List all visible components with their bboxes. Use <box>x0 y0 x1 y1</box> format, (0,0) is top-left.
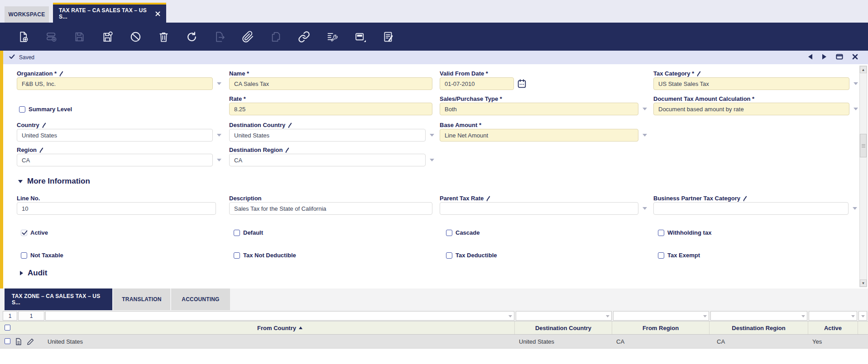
filter-dropdown-icon[interactable] <box>861 315 865 317</box>
filter-from-country[interactable] <box>45 311 514 321</box>
record-detail-icon[interactable] <box>15 338 22 347</box>
new-record-icon[interactable] <box>17 31 29 43</box>
save-icon[interactable] <box>73 31 86 43</box>
tab-workspace[interactable]: WORKSPACE <box>5 6 49 23</box>
filter-dropdown-icon[interactable] <box>703 315 707 317</box>
bp-tax-category-dropdown-icon[interactable] <box>853 207 857 210</box>
description-field[interactable]: Sales Tax for the State of California <box>229 202 432 215</box>
tab-tax-rate[interactable]: TAX RATE – CA SALES TAX – US S... <box>53 3 166 23</box>
tab-accounting[interactable]: ACCOUNTING <box>171 288 230 310</box>
description-value: Sales Tax for the State of California <box>234 205 326 212</box>
layout-toggle-icon[interactable] <box>354 31 366 43</box>
form-scrollbar[interactable]: ▲ ▼ <box>859 66 867 287</box>
scrollbar-thumb[interactable] <box>860 134 867 157</box>
attachment-icon[interactable] <box>242 31 254 43</box>
valid-from-field[interactable]: 01-07-2010 <box>440 77 514 90</box>
filter-dropdown-icon[interactable] <box>606 315 609 317</box>
country-field[interactable]: United States <box>17 129 213 142</box>
country-dropdown-icon[interactable] <box>217 134 221 137</box>
more-information-section-header[interactable]: More Information <box>18 177 90 186</box>
doc-tax-calc-field[interactable]: Document based amount by rate <box>653 103 849 115</box>
region-label: Region <box>17 147 37 153</box>
filter-dropdown-icon[interactable] <box>801 315 805 317</box>
grid-filter-row: 1 1 <box>0 310 868 321</box>
audit-section-header[interactable]: Audit <box>20 269 47 278</box>
region-dropdown-icon[interactable] <box>217 159 221 161</box>
destination-country-field[interactable]: United States <box>229 129 426 142</box>
filter-active[interactable] <box>809 311 857 321</box>
edit-row-icon[interactable] <box>27 338 34 347</box>
tab-translation[interactable]: TRANSLATION <box>113 288 170 310</box>
edit-pen-icon <box>288 123 292 128</box>
link-icon[interactable] <box>298 31 310 43</box>
line-no-field[interactable]: 10 <box>17 202 216 215</box>
filter-destination-country[interactable] <box>516 311 612 321</box>
scroll-up-icon[interactable]: ▲ <box>860 66 867 73</box>
base-amount-value: Line Net Amount <box>445 132 488 139</box>
tax-category-dropdown-icon[interactable] <box>854 82 858 85</box>
filter-dropdown-icon[interactable] <box>508 315 512 317</box>
export-icon[interactable] <box>214 31 226 43</box>
filter-from-region[interactable] <box>613 311 709 321</box>
not-taxable-checkbox[interactable] <box>21 252 27 259</box>
next-record-icon[interactable] <box>822 53 827 61</box>
parent-tax-rate-field[interactable] <box>440 202 638 215</box>
tax-not-deductible-checkbox[interactable] <box>234 252 240 259</box>
row-select-checkbox[interactable] <box>5 338 10 344</box>
summary-level-checkbox[interactable] <box>19 106 25 113</box>
report-icon[interactable] <box>382 31 394 43</box>
region-value: CA <box>22 157 30 164</box>
duplicate-icon[interactable] <box>270 31 282 43</box>
save-and-create-icon[interactable] <box>101 31 114 43</box>
column-header-active[interactable]: Active <box>808 321 858 334</box>
doc-tax-calc-dropdown-icon[interactable] <box>854 108 858 110</box>
organization-dropdown-icon[interactable] <box>217 82 221 85</box>
filter-stub[interactable] <box>858 311 867 321</box>
maximize-icon[interactable] <box>836 53 843 61</box>
tab-workspace-label: WORKSPACE <box>8 11 45 18</box>
tax-deductible-checkbox[interactable] <box>446 252 452 259</box>
refresh-icon[interactable] <box>186 31 198 43</box>
close-window-icon[interactable] <box>852 53 858 61</box>
bp-tax-category-label: Business Partner Tax Category <box>653 195 740 202</box>
active-checkbox[interactable] <box>21 230 27 236</box>
tax-exempt-checkbox[interactable] <box>658 252 664 259</box>
destination-country-dropdown-icon[interactable] <box>430 134 434 137</box>
base-amount-field[interactable]: Line Net Amount <box>440 129 638 142</box>
filter-dropdown-icon[interactable] <box>851 315 855 317</box>
region-field[interactable]: CA <box>17 154 213 166</box>
column-header-destination-region[interactable]: Destination Region <box>709 321 808 334</box>
process-icon[interactable] <box>326 31 338 43</box>
tax-category-field[interactable]: US State Sales Tax <box>653 77 849 90</box>
parent-tax-rate-dropdown-icon[interactable] <box>643 207 647 210</box>
column-header-destination-country[interactable]: Destination Country <box>514 321 612 334</box>
previous-record-icon[interactable] <box>808 53 813 61</box>
current-row-number: 1 <box>9 313 12 319</box>
cascade-checkbox[interactable] <box>446 230 452 236</box>
select-all-checkbox[interactable] <box>5 325 10 331</box>
base-amount-dropdown-icon[interactable] <box>643 134 647 137</box>
scroll-down-icon[interactable]: ▼ <box>860 279 867 287</box>
tab-tax-zone[interactable]: TAX ZONE – CA SALES TAX – US S... <box>5 288 112 310</box>
sales-purchase-type-dropdown-icon[interactable] <box>643 108 647 110</box>
copy-record-icon[interactable] <box>45 31 58 43</box>
destination-region-dropdown-icon[interactable] <box>430 159 434 161</box>
bp-tax-category-field[interactable] <box>653 202 849 215</box>
ignore-icon[interactable] <box>129 31 142 43</box>
organization-field[interactable]: F&B US, Inc. <box>17 77 213 90</box>
column-header-from-country[interactable]: From Country <box>45 321 514 334</box>
delete-icon[interactable] <box>158 31 170 43</box>
grid-row[interactable]: United States United States CA CA Yes <box>0 335 868 349</box>
rate-field[interactable]: 8.25 <box>229 103 432 115</box>
name-field[interactable]: CA Sales Tax <box>229 77 432 90</box>
calendar-icon[interactable] <box>517 79 527 90</box>
default-checkbox[interactable] <box>234 230 240 236</box>
line-no-label: Line No. <box>17 195 40 202</box>
sales-purchase-type-field[interactable]: Both <box>440 103 638 115</box>
column-header-from-region[interactable]: From Region <box>612 321 709 334</box>
destination-region-field[interactable]: CA <box>229 154 426 166</box>
withholding-checkbox[interactable] <box>658 230 664 236</box>
filter-destination-region[interactable] <box>710 311 807 321</box>
sales-purchase-type-label: Sales/Purchase Type * <box>440 95 502 102</box>
close-tab-icon[interactable] <box>155 11 160 16</box>
